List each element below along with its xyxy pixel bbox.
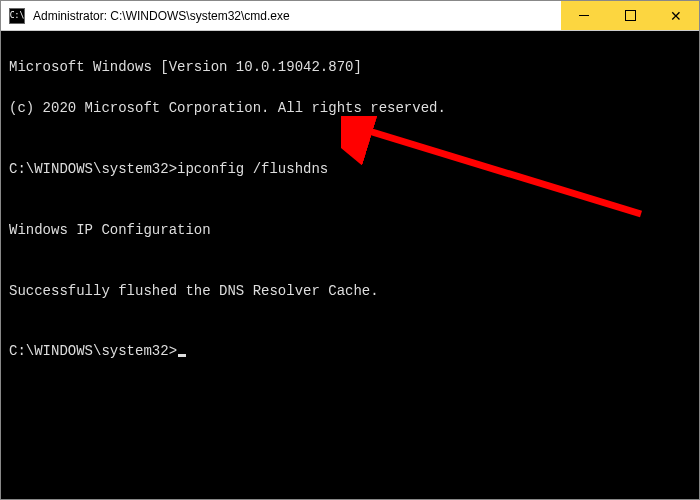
cmd-icon: C:\ [9, 8, 25, 24]
prompt-line: C:\WINDOWS\system32>ipconfig /flushdns [9, 159, 691, 179]
window-title: Administrator: C:\WINDOWS\system32\cmd.e… [33, 9, 561, 23]
output-line: (c) 2020 Microsoft Corporation. All righ… [9, 98, 691, 118]
maximize-button[interactable] [607, 1, 653, 30]
cursor [178, 354, 186, 357]
command-text: ipconfig /flushdns [177, 161, 328, 177]
output-line: Windows IP Configuration [9, 220, 691, 240]
minimize-button[interactable] [561, 1, 607, 30]
prompt-line: C:\WINDOWS\system32> [9, 341, 691, 361]
output-line: Microsoft Windows [Version 10.0.19042.87… [9, 57, 691, 77]
output-line: Successfully flushed the DNS Resolver Ca… [9, 281, 691, 301]
prompt-path: C:\WINDOWS\system32> [9, 343, 177, 359]
prompt-path: C:\WINDOWS\system32> [9, 161, 177, 177]
terminal-area[interactable]: Microsoft Windows [Version 10.0.19042.87… [1, 31, 699, 499]
titlebar[interactable]: C:\ Administrator: C:\WINDOWS\system32\c… [1, 1, 699, 31]
window-controls: ✕ [561, 1, 699, 30]
cmd-window: C:\ Administrator: C:\WINDOWS\system32\c… [0, 0, 700, 500]
close-button[interactable]: ✕ [653, 1, 699, 30]
